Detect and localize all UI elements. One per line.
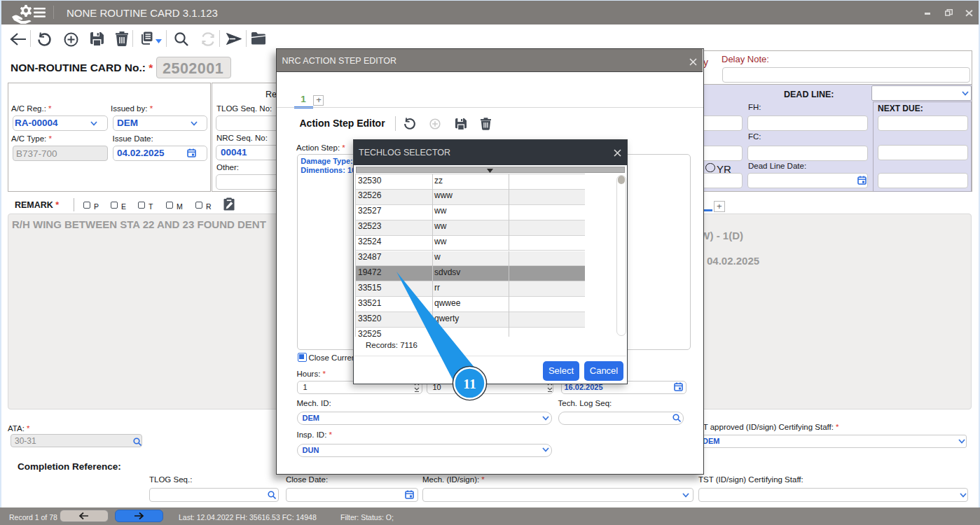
- svg-text:11: 11: [463, 377, 476, 391]
